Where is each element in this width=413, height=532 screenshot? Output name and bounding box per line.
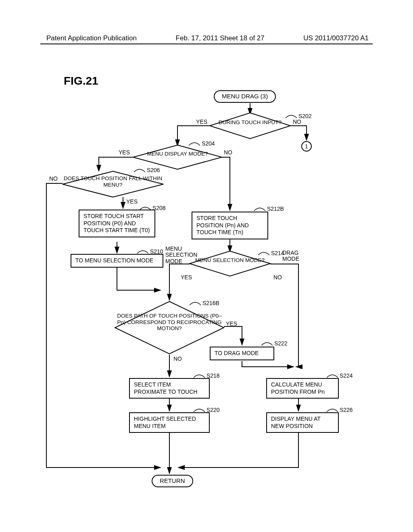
label-s214-no-side: DRAG MODE [282, 250, 307, 262]
decision-s202-text: DURING TOUCH INPUT? [210, 119, 290, 126]
terminal-start: MENU DRAG (3) [214, 90, 276, 103]
terminal-start-text: MENU DRAG (3) [222, 93, 268, 100]
process-s224: CALCULATE MENU POSITION FROM Pn [266, 378, 339, 399]
label-s202-yes: YES [196, 118, 207, 125]
svg-marker-10 [133, 145, 222, 169]
process-s226: DISPLAY MENU AT NEW POSITION [266, 412, 339, 433]
decision-s206-text: DOES TOUCH POSITION FALL WITHIN MENU? [63, 175, 163, 188]
process-s222-text: TO DRAG MODE [215, 350, 259, 356]
process-s222: TO DRAG MODE [210, 347, 274, 360]
svg-marker-9 [210, 113, 290, 139]
process-s212b: STORE TOUCH POSITION (Pn) AND TOUCH TIME… [192, 212, 268, 239]
process-s220: HIGHLIGHT SELECTED MENU ITEM [129, 412, 210, 433]
decision-s204: MENU DISPLAY MODE? [133, 145, 222, 169]
header-right: US 2011/0037720 A1 [303, 34, 369, 42]
decision-s216b: DOES PATH OF TOUCH POSITIONS (P0–Pn) COR… [115, 301, 224, 354]
header-left: Patent Application Publication [46, 34, 137, 42]
process-s226-text: DISPLAY MENU AT NEW POSITION [271, 416, 321, 429]
label-s216b-yes: YES [226, 320, 237, 327]
decision-s204-text: MENU DISPLAY MODE? [133, 151, 222, 157]
connector-1: 1 [301, 141, 312, 152]
process-s210: TO MENU SELECTION MODE [71, 254, 163, 268]
step-label-s218: S218 [194, 372, 220, 379]
step-label-s220: S220 [194, 407, 220, 413]
step-label-s216b: S216B [190, 300, 219, 306]
page-header: Patent Application Publication Feb. 17, … [0, 34, 413, 42]
label-s214-no: NO [273, 274, 282, 281]
step-label-s212b: S212B [254, 206, 284, 212]
label-s202-no: NO [293, 118, 301, 125]
decision-s214-text: MENU SELECTION MODE? [190, 257, 270, 264]
step-label-s214: S214 [258, 250, 284, 256]
process-s208: STORE TOUCH START POSITION (P0) AND TOUC… [79, 210, 155, 237]
step-label-s222: S222 [261, 340, 288, 347]
header-rule [40, 44, 373, 44]
process-s208-text: STORE TOUCH START POSITION (P0) AND TOUC… [83, 213, 150, 233]
terminal-return: RETURN [152, 475, 193, 487]
header-center: Feb. 17, 2011 Sheet 18 of 27 [176, 34, 265, 42]
step-label-s210: S210 [137, 248, 163, 255]
step-label-s206: S206 [134, 167, 160, 173]
label-s206-yes: YES [126, 198, 138, 205]
decision-s216b-text: DOES PATH OF TOUCH POSITIONS (P0–Pn) COR… [115, 313, 224, 332]
label-s214-yes: YES [181, 274, 192, 281]
figure-label: FIG.21 [64, 75, 98, 87]
step-label-s208: S208 [140, 205, 166, 211]
process-s212b-text: STORE TOUCH POSITION (Pn) AND TOUCH TIME… [196, 215, 249, 235]
label-s204-no: NO [224, 149, 232, 156]
decision-s202: DURING TOUCH INPUT? [210, 113, 290, 139]
label-s214-yes-side: MENU SELECTION MODE [165, 246, 198, 264]
process-s220-text: HIGHLIGHT SELECTED MENU ITEM [134, 416, 196, 429]
label-s216b-no: NO [173, 355, 182, 362]
step-label-s226: S226 [327, 407, 353, 413]
process-s218: SELECT ITEM PROXIMATE TO TOUCH [129, 378, 210, 399]
label-s204-yes: YES [119, 149, 130, 156]
process-s218-text: SELECT ITEM PROXIMATE TO TOUCH [134, 381, 197, 395]
step-label-s224: S224 [327, 372, 353, 379]
label-s206-no: NO [49, 175, 58, 182]
process-s224-text: CALCULATE MENU POSITION FROM Pn [271, 381, 325, 395]
terminal-return-text: RETURN [160, 477, 185, 484]
step-label-s204: S204 [189, 140, 215, 147]
process-s210-text: TO MENU SELECTION MODE [75, 257, 153, 264]
flowchart-canvas: MENU DRAG (3) DURING TOUCH INPUT? S202 Y… [40, 89, 373, 492]
decision-s206: DOES TOUCH POSITION FALL WITHIN MENU? [63, 171, 163, 197]
